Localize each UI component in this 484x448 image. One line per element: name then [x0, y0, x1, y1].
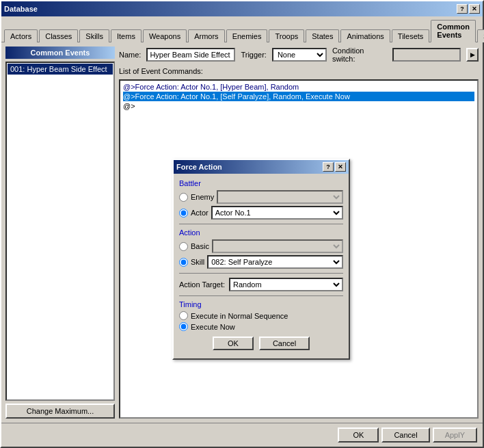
tab-system[interactable]: System	[477, 29, 484, 42]
skill-radio-row: Skill 082: Self Paralyze	[179, 255, 343, 269]
action-target-select[interactable]: Random Last Target Random Enemy Random A…	[229, 278, 343, 291]
basic-select[interactable]	[212, 239, 343, 253]
tab-troops[interactable]: Troops	[269, 29, 304, 42]
condition-switch-label: Condition switch:	[332, 47, 388, 63]
dialog-title-buttons: ? ✕	[323, 162, 346, 172]
dialog-title-bar: Force Action ? ✕	[174, 160, 349, 174]
action-target-label: Action Target:	[179, 280, 225, 289]
dialog-buttons: OK Cancel	[179, 337, 343, 353]
ok-button[interactable]: OK	[338, 427, 379, 443]
title-bar: Database ? ✕	[1, 1, 483, 16]
tab-skills[interactable]: Skills	[79, 29, 109, 42]
trigger-label: Trigger:	[241, 51, 267, 59]
basic-label: Basic	[191, 242, 209, 250]
event-line-1[interactable]: @>Force Action: Actor No.1, [Hyper Beam]…	[123, 82, 474, 92]
enemy-radio[interactable]	[179, 193, 188, 202]
normal-sequence-label: Execute in Normal Sequence	[191, 312, 288, 320]
dialog-ok-button[interactable]: OK	[213, 337, 254, 350]
apply-button[interactable]: ApplY	[433, 427, 477, 443]
tab-items[interactable]: Items	[111, 29, 142, 42]
enemy-select[interactable]	[217, 190, 343, 204]
panel-title: Common Events	[5, 47, 115, 59]
dialog-help-button[interactable]: ?	[323, 162, 334, 172]
event-line-3[interactable]: @>	[123, 101, 474, 111]
tab-tilesets[interactable]: Tilesets	[392, 29, 430, 42]
change-maximum-button[interactable]: Change Maximum...	[5, 404, 115, 419]
divider-1	[179, 224, 343, 224]
tab-bar: Actors Classes Skills Items Weapons Armo…	[1, 16, 483, 42]
main-window: Database ? ✕ Actors Classes Skills Items…	[0, 0, 484, 448]
condition-switch-button[interactable]: ▶	[466, 48, 479, 62]
condition-switch-input[interactable]	[392, 48, 461, 62]
name-label: Name:	[119, 51, 141, 59]
dialog-body: Battler Enemy Actor Actor No.1 Actor No.…	[174, 174, 349, 358]
dialog-cancel-button[interactable]: Cancel	[259, 337, 310, 350]
enemy-label: Enemy	[191, 193, 214, 201]
window-title: Database	[4, 5, 38, 13]
execute-now-row: Execute Now	[179, 322, 343, 331]
battler-section-title: Battler	[179, 179, 343, 187]
cancel-button[interactable]: Cancel	[381, 427, 429, 443]
skill-radio[interactable]	[179, 258, 188, 267]
actor-select[interactable]: Actor No.1 Actor No.2 Actor No.3 Actor N…	[211, 206, 343, 220]
force-action-dialog: Force Action ? ✕ Battler Enemy	[172, 159, 350, 360]
dialog-close-button[interactable]: ✕	[335, 162, 346, 172]
tab-states[interactable]: States	[306, 29, 339, 42]
enemy-radio-row: Enemy	[179, 190, 343, 204]
tab-classes[interactable]: Classes	[39, 29, 78, 42]
execute-now-radio[interactable]	[179, 322, 188, 331]
normal-seq-row: Execute in Normal Sequence	[179, 311, 343, 320]
tab-common-events[interactable]: Common Events	[431, 20, 476, 42]
list-item[interactable]: 001: Hyper Beam Side Effect	[8, 64, 113, 75]
basic-radio[interactable]	[179, 242, 188, 251]
tab-animations[interactable]: Animations	[340, 29, 390, 42]
normal-sequence-radio[interactable]	[179, 311, 188, 320]
divider-3	[179, 295, 343, 296]
tab-armors[interactable]: Armors	[188, 29, 224, 42]
actor-radio[interactable]	[179, 209, 188, 218]
close-button[interactable]: ✕	[469, 4, 480, 14]
basic-radio-row: Basic	[179, 239, 343, 253]
skill-select[interactable]: 082: Self Paralyze	[207, 255, 343, 269]
event-line-2[interactable]: @>Force Action: Actor No.1, [Self Paraly…	[123, 92, 474, 101]
trigger-select[interactable]: None Autorun Parallel Process	[272, 48, 327, 62]
actor-radio-row: Actor Actor No.1 Actor No.2 Actor No.3 A…	[179, 206, 343, 220]
action-section-title: Action	[179, 228, 343, 237]
skill-label: Skill	[191, 258, 204, 266]
dialog-title: Force Action	[176, 163, 222, 171]
event-commands-label: List of Event Commands:	[119, 67, 479, 75]
actor-label: Actor	[191, 209, 209, 217]
name-input[interactable]	[146, 48, 235, 62]
main-content-wrapper: Common Events 001: Hyper Beam Side Effec…	[1, 42, 483, 447]
title-bar-buttons: ? ✕	[457, 4, 480, 14]
tab-enemies[interactable]: Enemies	[226, 29, 268, 42]
tab-weapons[interactable]: Weapons	[143, 29, 187, 42]
bottom-bar: OK Cancel ApplY	[1, 423, 483, 447]
left-panel: Common Events 001: Hyper Beam Side Effec…	[5, 47, 115, 419]
tab-actors[interactable]: Actors	[4, 29, 38, 42]
help-button[interactable]: ?	[457, 4, 468, 14]
name-trigger-row: Name: Trigger: None Autorun Parallel Pro…	[119, 47, 479, 63]
execute-now-label: Execute Now	[191, 323, 235, 331]
event-list-box[interactable]: 001: Hyper Beam Side Effect	[5, 62, 115, 401]
divider-2	[179, 273, 343, 274]
timing-section-title: Timing	[179, 300, 343, 308]
action-target-row: Action Target: Random Last Target Random…	[179, 278, 343, 291]
